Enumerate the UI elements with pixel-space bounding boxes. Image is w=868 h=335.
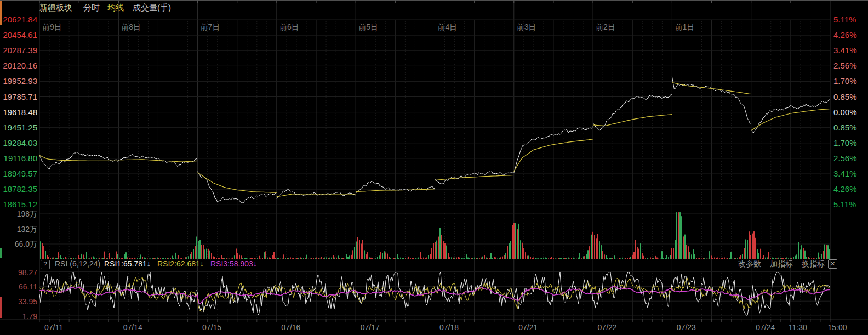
chart-plot-area[interactable] xyxy=(0,0,868,335)
rsi2-value: RSI2:62.681↓ xyxy=(157,259,204,269)
rsi-indicator-title: RSI (6,12,24) xyxy=(55,259,100,269)
change-params-button[interactable]: 改参数 xyxy=(738,259,761,269)
rsi1-value: RSI1:65.781↓ xyxy=(104,259,151,269)
grid-lines xyxy=(0,0,868,322)
add-indicator-button[interactable]: 加指标 xyxy=(770,259,793,269)
rsi-indicator-header: ? RSI (6,12,24) RSI1:65.781↓ RSI2:62.681… xyxy=(0,258,868,270)
rsi3-value: RSI3:58.903↓ xyxy=(210,259,257,269)
help-icon[interactable]: ? xyxy=(41,260,50,269)
switch-indicator-button[interactable]: 换指标 xyxy=(802,259,825,269)
stock-chart-window: 新疆板块 分时 均线 成交量(手) 20621.8420454.6120287.… xyxy=(0,0,868,335)
close-icon[interactable]: ✕ xyxy=(828,259,837,269)
